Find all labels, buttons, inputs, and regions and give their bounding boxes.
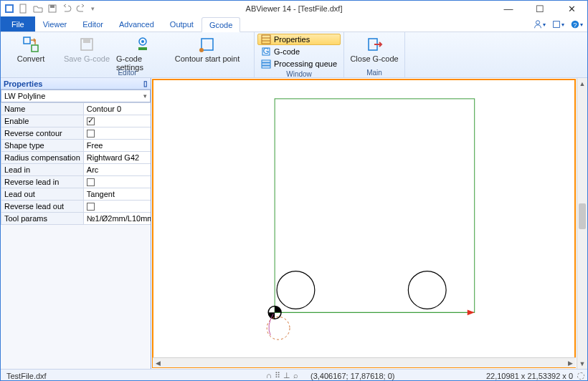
new-icon[interactable] [18,3,29,14]
queue-toggle-label: Processing queue [274,59,337,68]
entity-type-combo[interactable]: LW Polyline ▾ [1,90,151,102]
prop-name: Lead out [1,188,84,201]
tab-output[interactable]: Output [162,16,201,32]
profile-icon[interactable]: ▾ [533,18,546,31]
tab-gcode[interactable]: Gcode [201,17,240,32]
redo-icon[interactable] [75,3,87,14]
scroll-right-icon[interactable]: ▶ [565,358,576,367]
prop-name: Enable [1,115,84,127]
convert-button[interactable]: Convert [4,34,58,68]
svg-point-5 [536,21,539,24]
properties-toggle-label: Properties [274,35,310,44]
svg-rect-23 [262,60,270,62]
svg-text:?: ? [573,21,577,29]
settings-icon [134,36,151,53]
svg-marker-29 [468,309,475,315]
vertical-scrollbar[interactable]: ▲ ▼ [577,78,587,369]
maximize-button[interactable]: ☐ [524,1,556,16]
close-gcode-button[interactable]: Close G-code [347,34,402,68]
svg-rect-4 [50,5,54,8]
svg-rect-25 [262,66,270,68]
status-filename: TestFile.dxf [1,372,52,380]
ribbon: Convert Save G-code G-code settings Cont… [1,32,587,78]
svg-point-14 [141,40,144,43]
convert-label: Convert [17,54,45,63]
group-main-label: Main [347,68,402,78]
statusbar: TestFile.dxf ∩ ⠿ ⊥ ⌕ (3,406167; 17,87618… [1,369,587,381]
prop-value[interactable]: Rightward G42 [83,152,151,164]
save-icon[interactable] [47,3,58,14]
convert-icon [22,36,39,53]
queue-icon [261,59,271,69]
undo-icon[interactable] [61,3,72,14]
style-icon[interactable]: ▾ [551,18,564,31]
tab-editor[interactable]: Editor [75,16,111,32]
svg-text:G: G [263,47,270,55]
gcode-toggle-label: G-code [274,47,300,56]
grid-icon[interactable]: ⠿ [275,371,280,380]
status-coord: (3,406167; 17,87618; 0) [310,372,394,380]
tab-file[interactable]: File [1,16,35,32]
menubar: File Viewer Editor Advanced Output Gcode… [1,16,587,32]
prop-value[interactable] [83,127,151,140]
svg-point-17 [199,48,204,52]
prop-name: Lead in [1,164,84,176]
prop-value[interactable]: Tangent [83,188,151,201]
scroll-left-icon[interactable]: ◀ [153,358,163,367]
window-title: ABViewer 14 - [TestFile.dxf] [246,4,343,13]
prop-value[interactable]: Arc [83,164,151,176]
qat-dropdown-icon[interactable]: ▾ [90,5,96,12]
contour-start-button[interactable]: Contour start point [171,34,243,68]
checkbox[interactable] [87,130,95,138]
properties-icon [261,34,271,44]
minimize-button[interactable]: — [493,1,524,16]
gcode-toggle[interactable]: G G-code [257,46,341,57]
open-icon[interactable] [32,3,44,14]
svg-rect-10 [32,45,38,52]
prop-name: Reverse lead out [1,201,84,213]
svg-rect-18 [262,35,270,44]
scroll-down-icon[interactable]: ▼ [577,358,587,369]
prop-value[interactable] [83,115,151,127]
prop-value[interactable] [83,176,151,188]
checkbox[interactable] [87,203,95,211]
ortho-icon[interactable]: ⊥ [283,371,290,380]
name-input[interactable] [87,105,151,113]
scroll-up-icon[interactable]: ▲ [577,78,587,89]
properties-toggle[interactable]: Properties [257,34,341,45]
zoom-icon[interactable]: ⌕ [293,371,298,380]
help-icon[interactable]: ?▾ [570,18,583,31]
prop-name: Tool params [1,213,84,225]
properties-panel-title: Properties [4,79,42,88]
properties-panel: Properties ▯ LW Polyline ▾ Name…EnableRe… [1,78,151,369]
checkbox[interactable] [87,117,95,125]
prop-value[interactable]: №1/Ø2mm/L10mm [83,213,151,225]
svg-rect-6 [554,21,560,28]
drawing-canvas[interactable] [152,79,576,368]
status-dimensions: 22,10981 x 21,53392 x 0 [486,372,573,380]
close-button[interactable]: ✕ [556,1,587,16]
titlebar: ▾ ABViewer 14 - [TestFile.dxf] — ☐ ✕ [1,1,587,16]
checkbox[interactable] [87,178,95,186]
prop-name: Radius compensation [1,152,84,164]
svg-point-31 [408,271,446,309]
scroll-thumb[interactable] [579,203,586,229]
tab-advanced[interactable]: Advanced [111,16,162,32]
snap-icon[interactable]: ∩ [266,371,272,380]
gcode-settings-button[interactable]: G-code settings [115,34,170,68]
contour-start-label: Contour start point [175,54,240,63]
queue-toggle[interactable]: Processing queue [257,58,341,69]
save-gcode-icon [78,36,95,53]
property-grid: Name…EnableReverse contourShape typeFree… [1,102,151,369]
pin-icon[interactable]: ▯ [143,79,148,87]
save-gcode-label: Save G-code [64,54,110,63]
svg-rect-12 [83,39,90,43]
horizontal-scrollbar[interactable]: ◀ ▶ [153,357,576,367]
prop-value[interactable]: … [83,103,151,115]
group-editor-label: Editor [4,68,251,78]
tab-viewer[interactable]: Viewer [35,16,75,32]
prop-value[interactable]: Free [83,140,151,152]
prop-name: Reverse contour [1,127,84,140]
prop-name: Reverse lead in [1,176,84,188]
prop-value[interactable] [83,201,151,213]
